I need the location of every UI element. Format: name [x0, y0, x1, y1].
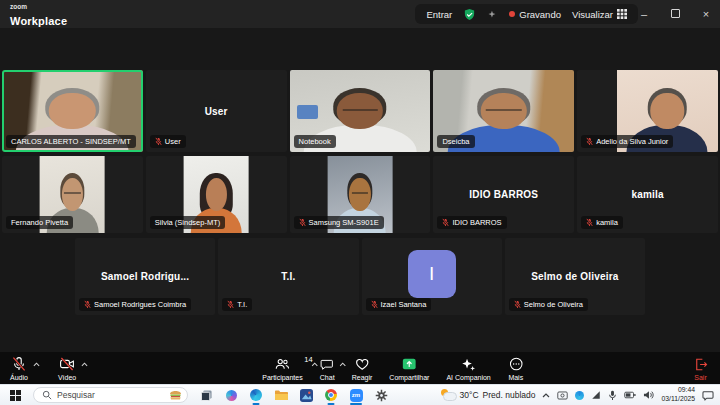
react-button[interactable]: Reagir [352, 356, 373, 381]
tray-expand-chevron-icon[interactable] [542, 393, 550, 398]
recording-label: Gravando [519, 9, 561, 20]
titlebar-controls: Entrar Gravando Visualizar [415, 4, 638, 24]
chat-chevron-icon[interactable] [340, 361, 347, 368]
participants-chevron-icon[interactable] [312, 361, 319, 368]
person-glasses [64, 192, 80, 198]
windows-logo-icon [10, 390, 21, 401]
muted-mic-icon [514, 300, 521, 309]
zoom-app-button[interactable]: zm [349, 387, 363, 403]
person-glasses [342, 109, 377, 115]
participant-name-label: Silvia (Sindsep-MT) [150, 216, 225, 229]
weather-temp: 30°C [460, 390, 479, 400]
participant-tile-samoel-rodrigues-coimbra[interactable]: Samoel Rodrigu...Samoel Rodrigues Coimbr… [75, 238, 215, 315]
copilot-tray-icon[interactable] [575, 391, 584, 400]
participant-name-label: T.I. [222, 298, 252, 311]
copilot-button[interactable] [224, 387, 238, 403]
react-label: Reagir [352, 374, 373, 381]
ai-sparkle-icon[interactable] [487, 9, 498, 20]
zoom-meeting-window: zoom Workplace Entrar Gravando [0, 0, 720, 405]
participant-tile-carlos-alberto-sindsep-mt[interactable]: CARLOS ALBERTO - SINDSEP/MT [2, 70, 143, 152]
audio-options-chevron-icon[interactable] [33, 361, 40, 368]
task-view-button[interactable] [199, 387, 213, 403]
muted-mic-icon [155, 137, 162, 146]
meeting-toolbar: Áudio Vídeo [0, 352, 720, 385]
brand-workplace: Workplace [10, 15, 67, 27]
volume-tray-icon[interactable] [643, 390, 654, 400]
weather-cloud-sun-icon [440, 389, 456, 401]
weather-widget[interactable]: 30°C Pred. nublado [440, 389, 536, 401]
task-view-icon [200, 389, 213, 402]
file-explorer-button[interactable] [274, 387, 288, 403]
copilot-icon [226, 390, 237, 401]
participant-tile-dseicba[interactable]: Dseicba [433, 70, 574, 152]
screen-record-tray-icon[interactable] [557, 390, 568, 401]
participant-tile-adelio-da-silva-junior[interactable]: Adelio da Silva Junior [577, 70, 718, 152]
clock-date: 03/11/2025 [661, 395, 695, 404]
muted-mic-icon [586, 137, 593, 146]
leave-exit-icon [693, 356, 708, 372]
audio-label: Áudio [10, 374, 28, 381]
participants-label: Participantes [262, 374, 302, 381]
title-bar: zoom Workplace Entrar Gravando [0, 0, 720, 28]
audio-button[interactable]: Áudio [10, 356, 28, 381]
person-glasses [486, 109, 521, 115]
participant-tile-silvia-sindsep-mt[interactable]: Silvia (Sindsep-MT) [146, 156, 287, 233]
participant-tile-izael-santana[interactable]: IIzael Santana [362, 238, 502, 315]
video-options-chevron-icon[interactable] [81, 361, 88, 368]
participant-tile-kamila[interactable]: kamilakamila [577, 156, 718, 233]
ai-companion-icon [461, 356, 477, 372]
sign-in-button[interactable]: Entrar [426, 9, 452, 20]
zoom-app-icon: zm [350, 389, 363, 402]
participant-name-label: Dseicba [437, 135, 474, 148]
person-glasses [352, 192, 368, 198]
participant-name-label: Samoel Rodrigues Coimbra [79, 298, 191, 311]
view-button[interactable]: Visualizar [572, 9, 627, 20]
participant-tile-fernando-pivetta[interactable]: Fernando Pivetta [2, 156, 143, 233]
taskbar-search-box[interactable]: Pesquisar [33, 387, 188, 403]
leave-meeting-button[interactable]: Sair [693, 356, 708, 381]
edge-browser-button[interactable] [249, 387, 263, 403]
restore-button[interactable] [669, 9, 681, 20]
video-button[interactable]: Vídeo [58, 356, 76, 381]
chat-button[interactable]: Chat [320, 356, 335, 381]
chrome-browser-button[interactable] [324, 387, 338, 403]
person-head [651, 93, 684, 129]
share-screen-button[interactable]: Compartilhar [389, 356, 429, 381]
person-head [206, 178, 227, 212]
participants-button[interactable]: 14 Participantes [262, 356, 302, 381]
battery-tray-icon[interactable] [624, 391, 636, 399]
chat-label: Chat [320, 374, 335, 381]
more-label: Mais [508, 374, 523, 381]
clock-time: 09:44 [661, 386, 695, 395]
video-grid: CARLOS ALBERTO - SINDSEP/MTUserUserNoteb… [0, 28, 720, 352]
microphone-tray-icon[interactable] [608, 390, 617, 401]
heart-react-icon [354, 356, 370, 372]
search-placeholder: Pesquisar [57, 390, 164, 400]
security-shield-icon[interactable] [463, 8, 476, 21]
camera-muted-icon [59, 356, 75, 372]
network-tray-icon[interactable] [591, 390, 601, 400]
participant-tile-notebook[interactable]: Notebook [290, 70, 431, 152]
participant-tile-t-i[interactable]: T.I.T.I. [218, 238, 358, 315]
participant-name-label: User [150, 135, 186, 148]
search-highlight-sandwich-icon [169, 390, 182, 401]
leave-label: Sair [694, 374, 706, 381]
background-object [297, 105, 318, 119]
muted-mic-icon [227, 300, 234, 309]
close-button[interactable]: × [700, 9, 712, 20]
person-head [62, 178, 83, 212]
system-clock[interactable]: 09:44 03/11/2025 [661, 386, 695, 404]
notification-center-icon[interactable] [702, 390, 714, 401]
participant-tile-user[interactable]: UserUser [146, 70, 287, 152]
participant-tile-samsung-sm-s901e[interactable]: Samsung SM-S901E [290, 156, 431, 233]
participant-tile-idio-barros[interactable]: IDIO BARROSIDIO BARROS [433, 156, 574, 233]
start-button[interactable] [8, 387, 22, 403]
ai-companion-button[interactable]: AI Companion [446, 356, 490, 381]
photos-app-button[interactable] [299, 387, 313, 403]
more-button[interactable]: Mais [508, 356, 524, 381]
settings-button[interactable] [374, 387, 388, 403]
share-label: Compartilhar [389, 374, 429, 381]
muted-mic-icon [84, 300, 91, 309]
participant-tile-selmo-de-oliveira[interactable]: Selmo de OliveiraSelmo de Oliveira [505, 238, 645, 315]
minimize-button[interactable]: – [638, 9, 650, 20]
